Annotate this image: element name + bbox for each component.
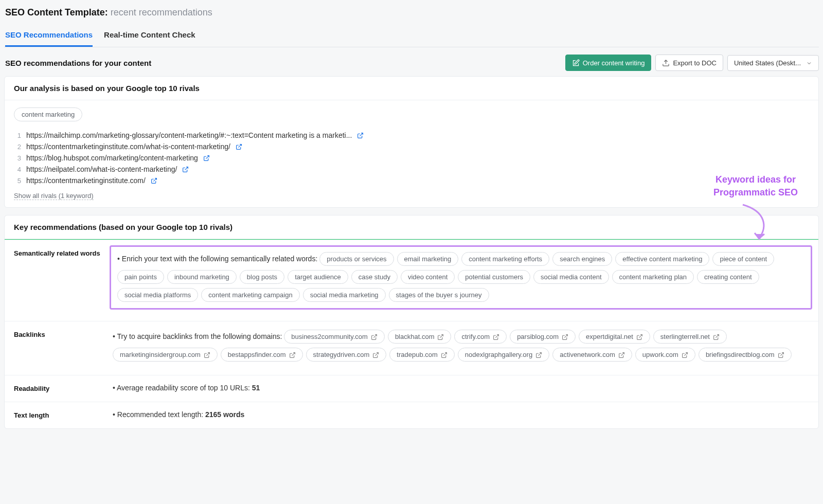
semantic-word-pill[interactable]: search engines [552, 252, 612, 266]
key-recommendations-heading: Key recommendations (based on your Googl… [5, 215, 818, 239]
semantic-word-pill[interactable]: social media platforms [117, 288, 198, 302]
backlinks-label: Backlinks [5, 321, 113, 375]
readability-row: Readability • Average readability score … [5, 375, 818, 402]
external-link-icon [535, 351, 542, 358]
svg-line-9 [564, 335, 567, 338]
semantic-word-pill[interactable]: pain points [117, 270, 164, 284]
external-link-icon [493, 333, 499, 340]
rival-link[interactable]: https://contentmarketinginstitute.com/wh… [26, 142, 230, 151]
show-all-rivals-link[interactable]: Show all rivals (1 keyword) [14, 192, 94, 200]
semantic-word-pill[interactable]: content marketing plan [612, 270, 694, 284]
page-title: SEO Content Template: recent recommendat… [5, 7, 819, 18]
backlink-domain-pill[interactable]: activenetwork.com [552, 348, 632, 362]
text-length-lead: • Recommended text length: [113, 410, 205, 419]
external-link-icon [204, 351, 210, 358]
semantic-word-pill[interactable]: potential customers [458, 270, 530, 284]
semantic-word-pill[interactable]: video content [401, 270, 455, 284]
backlink-domain-pill[interactable]: upwork.com [635, 348, 695, 362]
readability-label: Readability [5, 375, 113, 402]
external-link-icon[interactable] [182, 166, 189, 173]
rival-link[interactable]: https://neilpatel.com/what-is-content-ma… [26, 165, 177, 173]
readability-value: 51 [252, 384, 260, 392]
upload-icon [662, 59, 670, 67]
semantic-word-pill[interactable]: case study [351, 270, 398, 284]
backlink-domain-pill[interactable]: business2community.com [284, 330, 385, 344]
backlink-domain-text: expertdigital.net [586, 333, 633, 340]
semantic-word-pill[interactable]: stages of the buyer s journey [389, 288, 489, 302]
backlink-domain-pill[interactable]: sterlingterrell.net [653, 330, 727, 344]
tab-realtime-check[interactable]: Real-time Content Check [104, 25, 195, 47]
semantic-word-pill[interactable]: social media content [533, 270, 609, 284]
semantic-word-pill[interactable]: blog posts [240, 270, 284, 284]
svg-line-8 [496, 335, 499, 338]
backlink-domain-pill[interactable]: briefingsdirectblog.com [699, 348, 792, 362]
external-link-icon[interactable] [236, 143, 242, 150]
semantic-word-pill[interactable]: piece of content [712, 252, 774, 266]
edit-icon [572, 59, 580, 67]
locale-select[interactable]: United States (Deskt... [727, 55, 819, 71]
svg-line-17 [621, 353, 624, 356]
text-length-value: 2165 words [205, 410, 244, 419]
semantic-word-pill[interactable]: products or services [319, 252, 393, 266]
export-doc-button[interactable]: Export to DOC [655, 55, 723, 71]
text-length-label: Text length [5, 402, 113, 428]
rival-item: 3https://blog.hubspot.com/marketing/cont… [14, 152, 809, 164]
backlink-domain-pill[interactable]: strategydriven.com [306, 348, 387, 362]
external-link-icon[interactable] [357, 132, 364, 139]
semantic-word-pill[interactable]: content marketing efforts [461, 252, 549, 266]
svg-line-7 [440, 335, 443, 338]
semantic-word-pill[interactable]: inbound marketing [167, 270, 237, 284]
backlink-domain-text: marketinginsidergroup.com [120, 351, 201, 358]
semantic-word-pill[interactable]: effective content marketing [615, 252, 709, 266]
svg-line-14 [375, 353, 379, 356]
backlink-domain-pill[interactable]: blackhat.com [388, 330, 452, 344]
svg-line-11 [715, 335, 719, 338]
svg-line-3 [185, 167, 188, 170]
svg-line-0 [360, 133, 363, 136]
svg-line-13 [292, 353, 295, 356]
rival-link[interactable]: https://contentmarketinginstitute.com/ [26, 176, 146, 185]
backlink-domain-text: parsiblog.com [517, 333, 559, 340]
rivals-heading: Our analysis is based on your Google top… [5, 77, 818, 100]
backlink-domain-pill[interactable]: tradepub.com [389, 348, 455, 362]
rivals-list: 1https://mailchimp.com/marketing-glossar… [14, 130, 809, 186]
semantic-word-pill[interactable]: email marketing [397, 252, 459, 266]
semantic-word-pill[interactable]: creating content [697, 270, 759, 284]
backlink-domain-text: upwork.com [642, 351, 678, 358]
rival-link[interactable]: https://blog.hubspot.com/marketing/conte… [26, 154, 198, 162]
rivals-card: Our analysis is based on your Google top… [4, 76, 819, 208]
backlink-domain-pill[interactable]: parsiblog.com [510, 330, 576, 344]
backlink-domain-text: tradepub.com [397, 351, 438, 358]
svg-line-6 [373, 335, 377, 338]
external-link-icon[interactable] [203, 155, 210, 161]
rival-item: 1https://mailchimp.com/marketing-glossar… [14, 130, 809, 141]
order-button-label: Order content writing [583, 59, 645, 67]
rival-item: 5https://contentmarketinginstitute.com/ [14, 175, 809, 186]
svg-line-4 [153, 178, 156, 181]
svg-line-12 [206, 353, 209, 356]
backlink-domain-text: activenetwork.com [560, 351, 615, 358]
semantic-word-pill[interactable]: social media marketing [303, 288, 386, 302]
order-content-writing-button[interactable]: Order content writing [565, 55, 652, 71]
chevron-down-icon [806, 59, 812, 67]
external-link-icon [437, 333, 444, 340]
backlink-domain-pill[interactable]: bestappsfinder.com [221, 348, 303, 362]
external-link-icon[interactable] [151, 177, 157, 184]
external-link-icon [713, 333, 720, 340]
backlink-domain-pill[interactable]: marketinginsidergroup.com [113, 348, 218, 362]
backlink-domain-pill[interactable]: nodexlgraphgallery.org [458, 348, 549, 362]
readability-lead: • Average readability score of top 10 UR… [113, 384, 252, 392]
backlinks-row: Backlinks • Try to acquire backlinks fro… [5, 321, 818, 375]
rival-link[interactable]: https://mailchimp.com/marketing-glossary… [26, 131, 352, 139]
semantic-words-row: Semantically related words Keyword ideas… [5, 240, 818, 321]
semantic-word-pill[interactable]: target audience [288, 270, 348, 284]
svg-line-2 [206, 155, 209, 158]
semantic-word-pill[interactable]: content marketing campaign [201, 288, 299, 302]
keyword-tag[interactable]: content marketing [14, 107, 82, 121]
rival-index: 5 [14, 177, 21, 185]
backlink-domain-pill[interactable]: expertdigital.net [579, 330, 650, 344]
tab-seo-recommendations[interactable]: SEO Recommendations [5, 25, 93, 47]
backlink-domain-text: bestappsfinder.com [228, 351, 286, 358]
backlink-domain-pill[interactable]: ctrify.com [454, 330, 507, 344]
locale-label: United States (Deskt... [734, 59, 801, 67]
